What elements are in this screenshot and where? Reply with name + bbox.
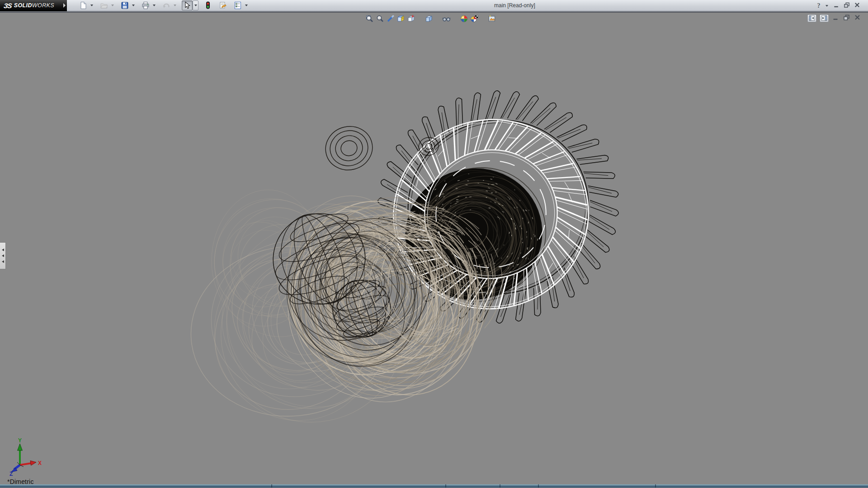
open-folder-icon xyxy=(100,1,108,9)
display-style-icon xyxy=(425,14,433,23)
edit-appearance-button[interactable] xyxy=(459,14,469,23)
chevron-left-icon xyxy=(2,249,4,251)
glasses-icon xyxy=(442,14,451,23)
graphics-viewport[interactable]: … Y X Z *Dimetric xyxy=(0,13,868,488)
help-button[interactable]: ? xyxy=(815,2,822,9)
taskbar-divider xyxy=(655,484,656,488)
select-button[interactable] xyxy=(182,0,193,10)
pane-toggle-left-button[interactable] xyxy=(807,14,816,22)
zoom-wand-icon xyxy=(386,14,395,23)
doc-minimize-button[interactable] xyxy=(832,15,840,22)
pane-right-icon xyxy=(821,14,827,23)
taskbar-divider xyxy=(271,484,272,488)
select-cursor-icon xyxy=(183,1,191,9)
pane-toggle-right-button[interactable] xyxy=(820,14,829,22)
minimize-button[interactable] xyxy=(833,2,840,9)
headsup-view-toolbar: … xyxy=(364,14,497,23)
main-toolbar xyxy=(78,0,253,10)
chevron-left-icon xyxy=(2,260,4,263)
document-title: main [Read-only] xyxy=(494,2,535,9)
feature-manager-collapsed-tab[interactable] xyxy=(0,242,6,269)
open-button[interactable] xyxy=(99,0,109,10)
pane-left-icon xyxy=(809,14,815,23)
logo-flyout-arrow-icon[interactable] xyxy=(63,3,66,8)
triad-z-label: Z xyxy=(9,471,13,476)
restore-icon xyxy=(844,2,850,10)
titlebar-controls: ? xyxy=(815,0,861,11)
print-dropdown-arrow-icon[interactable] xyxy=(151,0,157,10)
triad-y-label: Y xyxy=(18,438,22,444)
appearance-ball-icon xyxy=(460,14,468,23)
file-properties-icon xyxy=(219,1,227,9)
options-icon xyxy=(234,1,242,9)
scene-ball-icon xyxy=(470,14,479,23)
zoom-fit-icon xyxy=(365,14,374,23)
apply-scene-button[interactable] xyxy=(469,14,480,23)
display-style-button[interactable] xyxy=(424,14,434,23)
taskbar-divider xyxy=(445,484,446,488)
close-button[interactable] xyxy=(854,2,861,9)
open-dropdown-arrow-icon[interactable] xyxy=(109,0,115,10)
taskbar-divider xyxy=(500,484,500,488)
section-view-icon xyxy=(396,14,405,23)
minimize-icon xyxy=(832,14,839,23)
print-button[interactable] xyxy=(140,0,151,10)
new-document-dropdown-arrow-icon[interactable] xyxy=(89,0,94,10)
taskbar-divider xyxy=(538,484,539,488)
svg-text:…: … xyxy=(378,17,381,19)
app-name-bold: SOLID xyxy=(14,2,32,9)
save-button[interactable] xyxy=(119,0,130,10)
solidworks-logo: ЗS SOLID WORKS xyxy=(0,0,67,11)
select-dropdown-arrow-icon[interactable] xyxy=(193,0,198,10)
taskbar-edge-strip[interactable] xyxy=(0,484,868,488)
close-icon xyxy=(854,2,860,10)
options-dropdown-arrow-icon[interactable] xyxy=(243,0,249,10)
view-settings-button[interactable] xyxy=(487,14,497,23)
restore-icon xyxy=(843,14,850,23)
view-settings-icon xyxy=(488,14,496,23)
triad-x-label: X xyxy=(38,460,42,466)
view-orientation-button[interactable] xyxy=(406,14,416,23)
print-icon xyxy=(142,1,150,9)
view-orientation-icon xyxy=(407,14,415,23)
rebuild-button[interactable] xyxy=(203,0,213,10)
new-document-button[interactable] xyxy=(78,0,89,10)
section-view-button[interactable] xyxy=(396,14,406,23)
titlebar: ЗS SOLID WORKS main [Read-only] ? xyxy=(0,0,868,11)
zoom-to-area-button[interactable]: … xyxy=(375,14,385,23)
minimize-icon xyxy=(833,2,840,10)
logo-3s-icon: ЗS xyxy=(3,2,12,9)
solidworks-window: ЗS SOLID WORKS main [Read-only] ? … Y X xyxy=(0,0,868,488)
zoom-to-fit-button[interactable] xyxy=(364,14,375,23)
doc-restore-button[interactable] xyxy=(843,15,850,22)
hide-show-items-button[interactable] xyxy=(441,14,452,23)
help-icon: ? xyxy=(817,2,821,9)
chevron-left-icon xyxy=(2,254,4,257)
options-button[interactable] xyxy=(232,0,243,10)
undo-button[interactable] xyxy=(161,0,172,10)
doc-close-button[interactable] xyxy=(854,15,861,22)
undo-dropdown-arrow-icon[interactable] xyxy=(172,0,178,10)
wireframe-engine-model[interactable] xyxy=(0,13,868,488)
zoom-to-selection-button[interactable] xyxy=(385,14,396,23)
traffic-light-icon xyxy=(204,1,212,9)
app-name-light: WORKS xyxy=(32,2,54,9)
undo-icon xyxy=(162,1,170,9)
save-icon xyxy=(121,1,129,9)
save-dropdown-arrow-icon[interactable] xyxy=(130,0,136,10)
new-document-icon xyxy=(79,1,87,9)
help-dropdown-button[interactable] xyxy=(826,2,830,9)
restore-button[interactable] xyxy=(843,2,850,9)
file-properties-button[interactable] xyxy=(217,0,228,10)
zoom-area-icon: … xyxy=(376,14,384,23)
close-icon xyxy=(854,14,861,23)
orientation-triad: Y X Z xyxy=(6,438,44,476)
document-window-controls xyxy=(807,14,861,22)
